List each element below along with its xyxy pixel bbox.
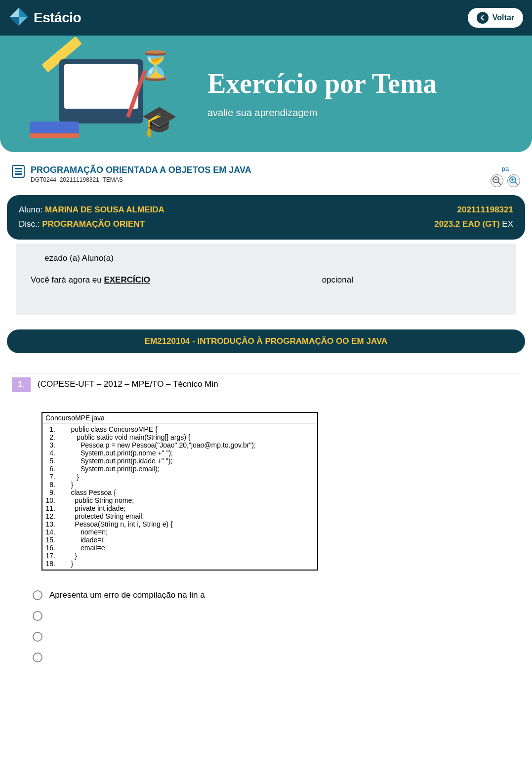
question-number: 1. (12, 377, 31, 392)
code-filename: ConcursoMPE.java (42, 413, 317, 423)
code-line-number: 6. (45, 465, 63, 473)
code-line-number: 17. (45, 552, 63, 560)
back-button[interactable]: Voltar (468, 8, 523, 28)
code-line-text: protected String email; (63, 512, 144, 520)
matricula: 202111198321 (434, 203, 513, 217)
page-subtitle: avalie sua aprendizagem (207, 107, 437, 119)
code-line: 10. public String nome; (45, 496, 314, 504)
brand: Estácio (9, 7, 81, 29)
code-line: 15. idade=i; (45, 536, 314, 544)
svg-marker-1 (19, 8, 28, 17)
top-bar: Estácio Voltar (0, 0, 532, 36)
info-line-2-right: opcional (322, 275, 353, 285)
code-line-text: } (63, 552, 77, 560)
option-radio[interactable] (33, 611, 42, 621)
code-line-number: 12. (45, 512, 63, 520)
turma: 2023.2 EAD (GT) (434, 219, 499, 229)
option-text: Apresenta um erro de compilação na lin a (49, 590, 205, 600)
code-line: 14. nome=n; (45, 528, 314, 536)
zoom-in-button[interactable] (507, 174, 520, 187)
banner: 🎓 Exercício por Tema avalie sua aprendiz… (0, 36, 532, 152)
code-line-number: 14. (45, 528, 63, 536)
code-line: 16. email=e; (45, 544, 314, 552)
code-line: 13. Pessoa(String n, int i, String e) { (45, 520, 314, 528)
option-row (33, 632, 520, 642)
question-block: 1. (COPESE-UFT – 2012 – MPE/TO – Técnico… (7, 373, 525, 662)
code-line-text: System.out.print(p.idade +" "); (63, 457, 172, 465)
aluno-label: Aluno: (19, 205, 45, 214)
code-line-number: 15. (45, 536, 63, 544)
question-header: 1. (COPESE-UFT – 2012 – MPE/TO – Técnico… (12, 373, 520, 392)
code-line: 3. Pessoa p = new Pessoa("Joao",20,"joao… (45, 441, 314, 449)
brand-text: Estácio (34, 10, 81, 26)
page-title: Exercício por Tema (207, 69, 437, 98)
option-row (33, 611, 520, 621)
option-row: Apresenta um erro de compilação na lin a (33, 590, 520, 600)
code-line-text: public static void main(String[] args) { (63, 433, 191, 441)
code-line-text: System.out.print(p.nome +" "); (63, 449, 173, 457)
code-line: 5. System.out.print(p.idade +" "); (45, 457, 314, 465)
zoom-out-button[interactable] (491, 174, 503, 187)
topic-pill: EM2120104 - INTRODUÇÃO À PROGRAMAÇÃO OO … (7, 329, 525, 353)
zoom-in-icon (509, 176, 519, 186)
code-line-number: 16. (45, 544, 63, 552)
code-line-text: Pessoa p = new Pessoa("Joao",20,"joao@mp… (63, 441, 256, 449)
code-line: 1. public class ConcursoMPE { (45, 425, 314, 433)
code-line-text: } (63, 473, 79, 481)
code-line-text: class Pessoa { (63, 489, 116, 496)
code-line-number: 11. (45, 504, 63, 512)
code-line-text: System.out.print(p.email); (63, 465, 160, 473)
banner-titles: Exercício por Tema avalie sua aprendizag… (207, 69, 437, 119)
svg-marker-3 (10, 8, 19, 17)
question-stem: (COPESE-UFT – 2012 – MPE/TO – Técnico Mi… (38, 377, 218, 389)
option-row (33, 653, 520, 662)
course-code: DGT0244_202111198321_TEMAS (31, 176, 251, 183)
code-line-number: 8. (45, 481, 63, 489)
code-line-number: 3. (45, 441, 63, 449)
exercicio-word: EXERCÍCIO (104, 275, 150, 285)
code-line-number: 4. (45, 449, 63, 457)
code-line-text: idade=i; (63, 536, 105, 544)
info-line-2-left: Você fará agora eu EXERCÍCIO (31, 275, 150, 285)
svg-line-8 (515, 182, 518, 185)
disc-value: PROGRAMAÇÃO ORIENT (42, 219, 145, 229)
zoom-controls: pa (491, 165, 520, 187)
code-line: 7. } (45, 473, 314, 481)
list-icon (12, 165, 25, 178)
info-line-1: ezado (a) Aluno(a) (31, 253, 501, 263)
option-radio[interactable] (33, 590, 42, 600)
aluno-value: MARINA DE SOUSA ALMEIDA (45, 205, 164, 214)
turma-suffix: EX (500, 219, 513, 229)
zoom-out-icon (492, 176, 502, 186)
option-radio[interactable] (33, 653, 42, 662)
chevron-left-icon (477, 12, 489, 24)
code-line-number: 9. (45, 489, 63, 496)
code-line: 2. public static void main(String[] args… (45, 433, 314, 441)
code-line: 18. } (45, 560, 314, 568)
code-line-number: 7. (45, 473, 63, 481)
code-line-number: 2. (45, 433, 63, 441)
code-line: 4. System.out.print(p.nome +" "); (45, 449, 314, 457)
code-line-number: 5. (45, 457, 63, 465)
disc-label: Disc.: (19, 219, 42, 229)
code-line-number: 13. (45, 520, 63, 528)
option-radio[interactable] (33, 632, 42, 642)
svg-line-5 (498, 182, 501, 185)
code-line-text: Pessoa(String n, int i, String e) { (63, 520, 173, 528)
course-title: PROGRAMAÇÃO ORIENTADA A OBJETOS EM JAVA (31, 165, 251, 175)
code-line-text: public class ConcursoMPE { (63, 425, 158, 433)
code-line: 12. protected String email; (45, 512, 314, 520)
code-line: 11. private int idade; (45, 504, 314, 512)
student-bar: Aluno: MARINA DE SOUSA ALMEIDA Disc.: PR… (7, 195, 525, 240)
code-line-text: private int idade; (63, 504, 125, 512)
code-line-number: 18. (45, 560, 63, 568)
code-box: ConcursoMPE.java 1. public class Concurs… (41, 412, 318, 571)
code-line-text: } (63, 481, 73, 489)
code-line-number: 1. (45, 425, 63, 433)
course-header: PROGRAMAÇÃO ORIENTADA A OBJETOS EM JAVA … (7, 159, 525, 195)
logo-icon (9, 7, 29, 29)
code-line-text: } (63, 560, 73, 568)
svg-marker-2 (10, 17, 19, 26)
info-block: ezado (a) Aluno(a) Você fará agora eu EX… (16, 244, 516, 315)
code-line-text: nome=n; (63, 528, 108, 536)
